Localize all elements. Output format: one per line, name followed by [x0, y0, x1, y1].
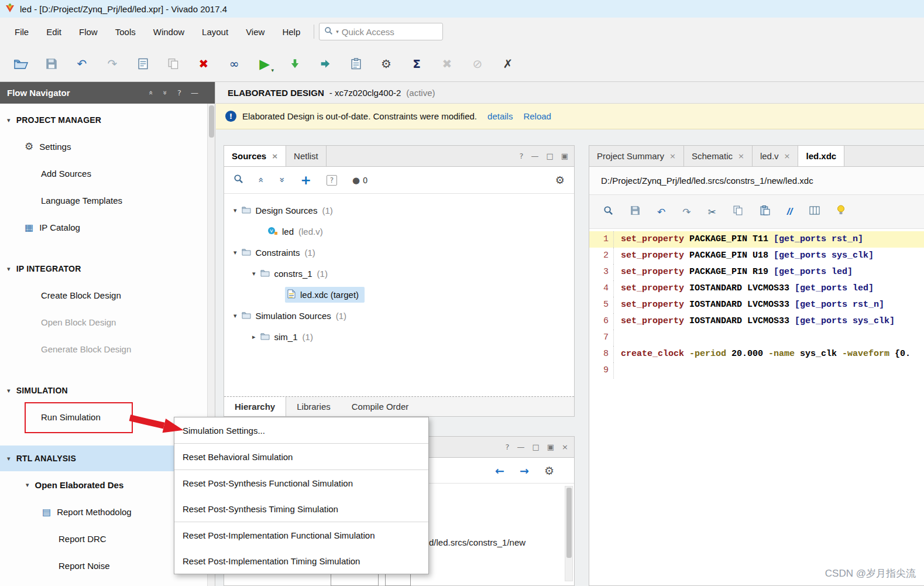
menu-item-reset-post-synth-func[interactable]: Reset Post-Synthesis Functional Simulati…	[174, 470, 428, 496]
tree-row-constraints[interactable]: ▾ Constraints (1)	[224, 242, 574, 263]
close-icon[interactable]: ×	[562, 443, 568, 451]
chevron-down-icon[interactable]: ▾	[233, 312, 237, 320]
chevron-right-icon[interactable]: ▸	[252, 333, 256, 341]
menu-flow[interactable]: Flow	[70, 23, 107, 41]
collapse-all-icon[interactable]: «	[256, 177, 267, 183]
tree-row-sim-1[interactable]: ▸ sim_1 (1)	[224, 326, 574, 347]
flownav-item-settings[interactable]: ⚙ Settings	[0, 133, 207, 160]
section-simulation[interactable]: ▾ SIMULATION	[0, 378, 207, 403]
menu-layout[interactable]: Layout	[193, 23, 237, 41]
toggle-comment-icon[interactable]: //	[787, 206, 792, 218]
tab-compile-order[interactable]: Compile Order	[341, 397, 420, 416]
tab-libraries[interactable]: Libraries	[286, 397, 341, 416]
menu-item-reset-behavioral[interactable]: Reset Behavioral Simulation	[174, 444, 428, 470]
flownav-item-language-templates[interactable]: Language Templates	[0, 187, 207, 214]
save-icon[interactable]	[43, 56, 60, 72]
tab-led-xdc[interactable]: led.xdc	[798, 146, 844, 166]
selected-item[interactable]: led.xdc (target)	[285, 287, 365, 303]
tab-led-v[interactable]: led.v ×	[753, 146, 799, 166]
tree-row-simulation-sources[interactable]: ▾ Simulation Sources (1)	[224, 305, 574, 326]
settings-gear-icon[interactable]: ⚙	[378, 56, 394, 72]
menu-item-reset-post-synth-timing[interactable]: Reset Post-Synthesis Timing Simulation	[174, 496, 428, 522]
undo-icon[interactable]: ↶	[657, 206, 665, 218]
menu-item-reset-post-impl-timing[interactable]: Reset Post-Implementation Timing Simulat…	[174, 548, 428, 574]
section-project-manager[interactable]: ▾ PROJECT MANAGER	[0, 107, 207, 133]
columns-icon[interactable]	[809, 206, 820, 218]
forward-icon[interactable]: →	[520, 464, 529, 477]
code-editor[interactable]: 1 set_property PACKAGE_PIN T11 [get_port…	[589, 229, 924, 379]
expand-all-icon[interactable]: »	[277, 177, 288, 183]
tab-sources[interactable]: Sources ×	[224, 146, 286, 166]
undo-icon[interactable]: ↶	[74, 56, 90, 72]
float-icon[interactable]: □	[533, 443, 540, 451]
maximize-icon[interactable]: ▣	[561, 152, 568, 160]
report-checklist-icon[interactable]	[348, 56, 364, 72]
close-design-icon[interactable]: ✖	[195, 56, 212, 72]
scrollbar-thumb[interactable]	[209, 105, 214, 138]
messages-badge[interactable]: ● 0	[352, 175, 367, 186]
close-icon[interactable]: ×	[669, 152, 676, 160]
close-icon[interactable]: ×	[784, 152, 791, 160]
close-icon[interactable]: ×	[738, 152, 744, 160]
float-icon[interactable]: □	[546, 152, 553, 160]
collapse-all-icon[interactable]: «	[147, 91, 156, 95]
expand-all-icon[interactable]: »	[162, 91, 170, 95]
maximize-icon[interactable]: ▣	[547, 443, 554, 451]
search-icon[interactable]	[603, 205, 613, 218]
report-icon[interactable]	[135, 56, 151, 72]
chevron-down-icon[interactable]: ▾	[233, 249, 237, 256]
run-dropdown-icon[interactable]: ▾	[271, 67, 274, 73]
tree-row-led-xdc[interactable]: led.xdc (target)	[224, 284, 574, 305]
tree-row-led-module[interactable]: v led (led.v)	[224, 221, 574, 242]
tab-hierarchy[interactable]: Hierarchy	[224, 397, 286, 416]
minimize-icon[interactable]: —	[191, 88, 198, 97]
menu-edit[interactable]: Edit	[37, 23, 70, 41]
redo-icon[interactable]: ↷	[104, 56, 121, 72]
add-sources-icon[interactable]: +	[301, 173, 311, 187]
help-icon[interactable]: ?	[520, 152, 524, 160]
tab-project-summary[interactable]: Project Summary ×	[589, 146, 684, 166]
menu-window[interactable]: Window	[145, 23, 193, 41]
close-icon[interactable]: ×	[272, 152, 278, 160]
scrollbar-thumb[interactable]	[566, 488, 572, 558]
menu-item-reset-post-impl-func[interactable]: Reset Post-Implementation Functional Sim…	[174, 522, 428, 548]
gear-icon[interactable]: ⚙	[555, 174, 565, 186]
minimize-icon[interactable]: —	[517, 443, 525, 451]
reload-link[interactable]: Reload	[523, 111, 551, 121]
lightbulb-icon[interactable]	[837, 205, 845, 218]
flownav-item-ip-catalog[interactable]: ▦ IP Catalog	[0, 214, 207, 241]
run-synthesis-icon[interactable]	[287, 56, 303, 72]
menu-tools[interactable]: Tools	[107, 23, 145, 41]
gear-icon[interactable]: ⚙	[544, 464, 554, 477]
redo-icon[interactable]: ↷	[682, 206, 691, 218]
open-project-icon[interactable]	[13, 56, 29, 72]
menu-item-simulation-settings[interactable]: Simulation Settings...	[174, 417, 428, 443]
tab-netlist[interactable]: Netlist	[286, 146, 327, 166]
paste-icon[interactable]	[760, 205, 770, 218]
run-button[interactable]: ▶▾	[256, 56, 273, 72]
cut-icon[interactable]: ✂	[708, 206, 716, 218]
menu-view[interactable]: View	[237, 23, 273, 41]
help-box-icon[interactable]: ?	[327, 175, 337, 186]
save-icon[interactable]	[630, 205, 640, 218]
scrollbar[interactable]	[565, 486, 573, 581]
probe-icon[interactable]: ✗	[500, 56, 516, 72]
details-link[interactable]: details	[487, 111, 513, 121]
chevron-down-icon[interactable]: ▾	[252, 270, 256, 277]
menu-help[interactable]: Help	[273, 23, 309, 41]
sum-icon[interactable]: Σ	[408, 56, 425, 72]
flownav-item-create-block-design[interactable]: Create Block Design	[0, 282, 207, 309]
run-implementation-icon[interactable]	[317, 56, 334, 72]
tab-schematic[interactable]: Schematic ×	[684, 146, 753, 166]
help-icon[interactable]: ?	[506, 443, 510, 451]
copy-icon[interactable]	[733, 205, 743, 218]
find-icon[interactable]: ∞	[226, 56, 242, 72]
back-icon[interactable]: ←	[495, 464, 504, 477]
help-icon[interactable]: ?	[177, 88, 181, 97]
tree-row-design-sources[interactable]: ▾ Design Sources (1)	[224, 200, 574, 221]
menu-file[interactable]: File	[6, 23, 37, 41]
search-icon[interactable]	[233, 174, 243, 186]
chevron-down-icon[interactable]: ▾	[233, 207, 237, 214]
flownav-item-add-sources[interactable]: Add Sources	[0, 160, 207, 187]
quick-access-search[interactable]: ▾ Quick Access	[319, 23, 443, 40]
